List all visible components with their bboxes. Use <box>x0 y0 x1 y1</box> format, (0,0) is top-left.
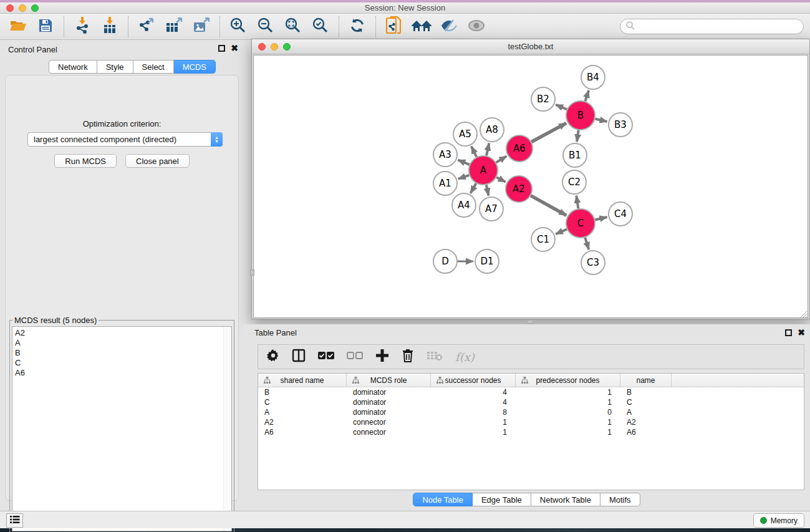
cell-predecessor-nodes: 1 <box>516 388 620 397</box>
zoom-out-button[interactable] <box>255 16 276 37</box>
window-resize-grip[interactable] <box>800 309 808 317</box>
select-all-button[interactable] <box>318 351 334 362</box>
tab-node-table[interactable]: Node Table <box>413 493 473 506</box>
mcds-result-item[interactable]: A2 <box>12 327 231 339</box>
network-canvas[interactable]: B4B2BB3A8A5A6A3B1AC2A1A2A4A7C4CC1DD1C3 <box>253 55 808 318</box>
gear-icon <box>267 349 279 364</box>
column-type-icon <box>352 377 359 385</box>
table-row[interactable]: Adominator80A <box>258 407 804 417</box>
close-panel-icon[interactable]: ✖ <box>231 45 238 52</box>
dropdown-stepper-icon: ▲▼ <box>211 132 223 147</box>
deselect-all-button[interactable] <box>347 351 363 362</box>
float-table-panel-icon[interactable] <box>785 329 792 336</box>
refresh-layout-button[interactable] <box>347 16 368 37</box>
create-column-button[interactable] <box>375 349 389 365</box>
mcds-result-list[interactable]: A2ABCA6 <box>12 326 232 531</box>
delete-column-button[interactable] <box>402 349 414 365</box>
hide-selected-button[interactable] <box>438 16 460 37</box>
table-row[interactable]: Cdominator41C <box>258 397 804 407</box>
show-all-button[interactable] <box>466 16 487 37</box>
run-mcds-button[interactable]: Run MCDS <box>54 154 117 168</box>
column-header-name[interactable]: name <box>620 374 672 387</box>
zoom-in-button[interactable] <box>228 16 249 37</box>
tab-select[interactable]: Select <box>133 60 174 74</box>
cell-MCDS-role: connector <box>347 428 431 437</box>
control-panel: Control Panel ✖ NetworkStyleSelectMCDS O… <box>0 40 243 511</box>
tab-edge-table[interactable]: Edge Table <box>473 493 531 506</box>
network-view-window: testGlobe.txt B4B2BB3A8A5A6A3B1AC2A1A2A4… <box>251 39 810 319</box>
zoom-in-icon <box>229 17 247 37</box>
home-all-views-button[interactable] <box>411 16 432 37</box>
export-image-icon <box>193 17 210 36</box>
vertical-splitter-handle[interactable] <box>250 269 254 276</box>
edge-B-B1 <box>577 130 579 142</box>
memory-button[interactable]: Memory <box>753 513 804 528</box>
eye-icon <box>467 19 486 35</box>
column-header-shared-name[interactable]: shared name <box>258 374 347 387</box>
table-settings-button[interactable] <box>267 349 279 364</box>
table-row[interactable]: A6connector11A6 <box>258 427 804 437</box>
mcds-result-item[interactable]: C <box>12 359 231 369</box>
tab-mcds[interactable]: MCDS <box>174 60 216 74</box>
close-table-panel-icon[interactable]: ✖ <box>798 329 805 336</box>
cell-successor-nodes: 1 <box>431 428 516 437</box>
double-house-icon <box>411 18 432 36</box>
cell-predecessor-nodes: 0 <box>516 408 620 417</box>
open-session-button[interactable] <box>7 16 29 37</box>
column-visibility-button[interactable] <box>292 349 306 365</box>
column-label: successor nodes <box>445 376 501 385</box>
list-scrollbar[interactable] <box>223 327 231 531</box>
column-type-icon <box>521 377 528 385</box>
float-panel-icon[interactable] <box>218 45 225 52</box>
column-label: predecessor nodes <box>536 376 599 385</box>
tab-network-table[interactable]: Network Table <box>531 493 600 506</box>
close-panel-button[interactable]: Close panel <box>125 154 190 168</box>
mcds-result-item[interactable]: B <box>12 349 231 359</box>
import-table-button[interactable] <box>99 16 120 37</box>
edge-A-A5 <box>471 147 476 157</box>
tab-motifs[interactable]: Motifs <box>600 493 640 506</box>
optimization-criterion-label: Optimization criterion: <box>6 119 238 128</box>
show-panels-button[interactable] <box>6 513 23 528</box>
export-image-button[interactable] <box>191 16 212 37</box>
delete-table-icon <box>427 350 443 364</box>
mcds-result-item[interactable]: A <box>12 339 231 349</box>
import-network-button[interactable] <box>72 16 93 37</box>
criterion-dropdown[interactable]: largest connected component (directed) ▲… <box>27 132 223 147</box>
cell-shared-name: A6 <box>258 428 347 437</box>
column-header-predecessor-nodes[interactable]: predecessor nodes <box>516 374 620 387</box>
criterion-value: largest connected component (directed) <box>28 135 211 144</box>
cell-predecessor-nodes: 1 <box>516 398 620 407</box>
edge-A-A8 <box>486 143 489 156</box>
zoom-selected-button[interactable] <box>310 16 331 37</box>
edge-A-A4 <box>471 183 476 193</box>
save-session-button[interactable] <box>35 16 56 37</box>
table-body: Bdominator41BCdominator41CAdominator80AA… <box>258 387 804 437</box>
column-label: shared name <box>280 376 324 385</box>
node-label-A3: A3 <box>439 149 451 160</box>
apply-function-button[interactable]: f(x) <box>455 351 475 364</box>
column-header-successor-nodes[interactable]: successor nodes <box>431 374 516 387</box>
node-label-A4: A4 <box>458 200 470 211</box>
table-row[interactable]: Bdominator41B <box>258 387 804 397</box>
mcds-result-item[interactable]: A6 <box>12 369 231 379</box>
zoom-fit-button[interactable] <box>282 16 304 37</box>
tab-network[interactable]: Network <box>49 60 97 74</box>
network-from-clipboard-button[interactable] <box>383 16 405 37</box>
table-row[interactable]: A2connector11A2 <box>258 417 804 427</box>
export-network-button[interactable] <box>136 16 157 37</box>
cell-predecessor-nodes: 1 <box>516 428 620 437</box>
control-panel-header: Control Panel ✖ <box>0 44 243 56</box>
tab-style[interactable]: Style <box>97 60 133 74</box>
horizontal-splitter-handle[interactable] <box>527 320 533 324</box>
export-network-icon <box>138 17 155 36</box>
node-label-A1: A1 <box>439 178 451 189</box>
delete-table-button[interactable] <box>427 350 443 364</box>
column-header-MCDS-role[interactable]: MCDS role <box>347 374 431 387</box>
network-window-titlebar[interactable]: testGlobe.txt <box>252 39 809 54</box>
export-table-button[interactable] <box>163 16 185 37</box>
status-bar: Memory <box>0 511 810 528</box>
node-label-B3: B3 <box>614 119 627 130</box>
edge-B-B4 <box>585 90 589 101</box>
search-input[interactable] <box>620 19 804 34</box>
